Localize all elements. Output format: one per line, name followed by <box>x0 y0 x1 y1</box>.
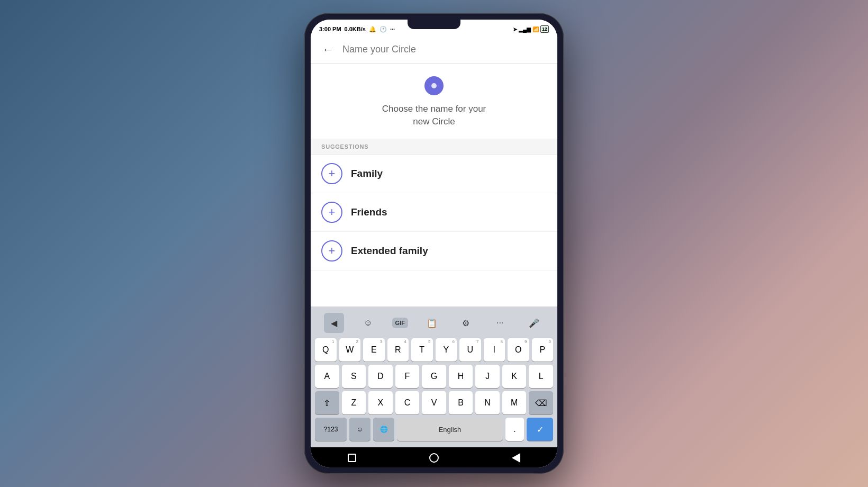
status-left: 3:00 PM 0.0KB/s 🔔 🕐 ··· <box>319 26 395 33</box>
status-time: 3:00 PM <box>319 26 341 32</box>
key-X[interactable]: X <box>368 391 393 414</box>
home-icon <box>429 453 439 463</box>
key-Q[interactable]: 1Q <box>315 338 337 362</box>
key-V[interactable]: V <box>422 391 446 414</box>
key-emoji[interactable]: ☺ <box>349 418 370 441</box>
signal-icon: ▂▄▆ <box>519 26 531 32</box>
key-num-toggle[interactable]: ?123 <box>315 418 347 441</box>
back-nav-icon <box>512 453 520 463</box>
suggestion-item-friends[interactable]: + Friends <box>311 193 557 232</box>
key-S[interactable]: S <box>342 365 366 388</box>
status-clock-icon: 🕐 <box>379 26 387 33</box>
phone-screen: 3:00 PM 0.0KB/s 🔔 🕐 ··· ➤ ▂▄▆ 📶 12 ← <box>311 20 557 467</box>
key-shift[interactable]: ⇧ <box>315 391 339 414</box>
battery-icon: 12 <box>540 25 549 33</box>
extended-family-label: Extended family <box>351 245 428 257</box>
suggestion-item-family[interactable]: + Family <box>311 155 557 193</box>
add-family-button[interactable]: + <box>321 163 342 184</box>
keyboard-rows: 1Q 2W 3E 4R 5T 6Y 7U 8I 9O 0P A S D F <box>313 336 555 445</box>
key-lang[interactable]: 🌐 <box>373 418 394 441</box>
key-R[interactable]: 4R <box>387 338 409 362</box>
keyboard-emoji-button[interactable]: ☺ <box>358 313 378 333</box>
phone-frame: 3:00 PM 0.0KB/s 🔔 🕐 ··· ➤ ▂▄▆ 📶 12 ← <box>304 13 564 474</box>
suggestions-header: SUGGESTIONS <box>311 139 557 155</box>
key-M[interactable]: M <box>502 391 527 414</box>
key-T[interactable]: 5T <box>411 338 433 362</box>
key-Z[interactable]: Z <box>342 391 366 414</box>
keyboard-back-button[interactable]: ◀ <box>324 313 344 333</box>
main-content: Choose the name for your new Circle SUGG… <box>311 64 557 306</box>
key-I[interactable]: 8I <box>484 338 505 362</box>
keyboard-clipboard-button[interactable]: 📋 <box>422 313 442 333</box>
key-row-bottom: ?123 ☺ 🌐 English . ✓ <box>315 418 553 441</box>
key-L[interactable]: L <box>529 365 553 388</box>
keyboard-toolbar: ◀ ☺ GIF 📋 ⚙ ··· 🎤 <box>313 310 555 336</box>
choose-title: Choose the name for your new Circle <box>382 103 486 128</box>
key-P[interactable]: 0P <box>532 338 554 362</box>
recents-icon <box>348 454 356 462</box>
key-O[interactable]: 9O <box>508 338 529 362</box>
gif-button[interactable]: GIF <box>392 318 408 328</box>
key-E[interactable]: 3E <box>363 338 385 362</box>
key-C[interactable]: C <box>395 391 420 414</box>
key-G[interactable]: G <box>422 365 446 388</box>
key-row-1: 1Q 2W 3E 4R 5T 6Y 7U 8I 9O 0P <box>315 338 553 362</box>
circle-icon <box>424 76 444 95</box>
key-A[interactable]: A <box>315 365 339 388</box>
status-data-speed: 0.0KB/s <box>345 26 366 32</box>
keyboard: ◀ ☺ GIF 📋 ⚙ ··· 🎤 <box>311 306 557 447</box>
key-U[interactable]: 7U <box>459 338 481 362</box>
status-dots: ··· <box>390 26 395 32</box>
nav-header: ← <box>311 37 557 64</box>
key-row-3: ⇧ Z X C V B N M ⌫ <box>315 391 553 414</box>
keyboard-settings-button[interactable]: ⚙ <box>456 313 476 333</box>
family-label: Family <box>351 168 383 179</box>
key-space[interactable]: English <box>397 418 503 441</box>
bottom-nav <box>311 447 557 467</box>
keyboard-more-button[interactable]: ··· <box>490 313 510 333</box>
back-button[interactable]: ← <box>319 41 336 58</box>
add-extended-family-button[interactable]: + <box>321 240 342 261</box>
key-W[interactable]: 2W <box>339 338 361 362</box>
circle-icon-section: Choose the name for your new Circle <box>311 64 557 139</box>
status-alarm-icon: 🔔 <box>369 26 376 33</box>
key-row-2: A S D F G H J K L <box>315 365 553 388</box>
key-backspace[interactable]: ⌫ <box>529 391 553 414</box>
key-N[interactable]: N <box>475 391 500 414</box>
nav-back-button[interactable] <box>508 453 525 463</box>
key-H[interactable]: H <box>449 365 473 388</box>
key-enter[interactable]: ✓ <box>527 418 553 441</box>
key-period[interactable]: . <box>505 418 524 441</box>
nav-home-button[interactable] <box>426 453 442 463</box>
location-icon: ➤ <box>513 26 517 32</box>
nav-recents-button[interactable] <box>343 453 360 463</box>
back-arrow-icon: ← <box>322 43 333 56</box>
notch <box>408 20 460 29</box>
suggestion-item-extended-family[interactable]: + Extended family <box>311 232 557 270</box>
wifi-icon: 📶 <box>532 26 539 32</box>
key-Y[interactable]: 6Y <box>436 338 457 362</box>
key-D[interactable]: D <box>368 365 393 388</box>
friends-label: Friends <box>351 206 387 218</box>
key-B[interactable]: B <box>449 391 473 414</box>
suggestions-section: SUGGESTIONS + Family + Friends + Extende… <box>311 139 557 270</box>
add-friends-button[interactable]: + <box>321 202 342 223</box>
key-K[interactable]: K <box>502 365 527 388</box>
status-right: ➤ ▂▄▆ 📶 12 <box>513 25 549 33</box>
key-J[interactable]: J <box>475 365 500 388</box>
key-F[interactable]: F <box>395 365 420 388</box>
circle-name-input[interactable] <box>342 44 549 55</box>
keyboard-mic-button[interactable]: 🎤 <box>524 313 544 333</box>
